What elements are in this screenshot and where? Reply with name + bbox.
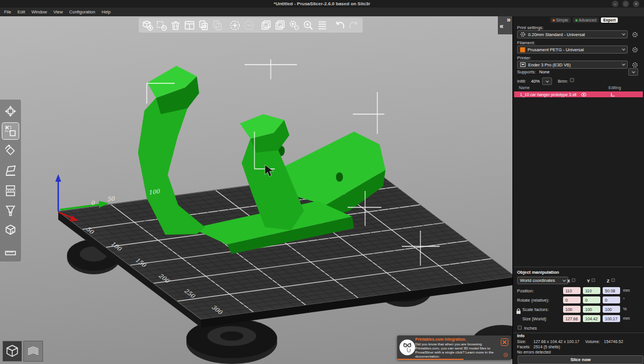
printer-select[interactable]: Ender 3 Pro (E3D V6) — [517, 61, 628, 69]
paste-icon[interactable] — [211, 19, 224, 32]
chevron-down-icon — [622, 32, 625, 36]
info-volume-label: Volume: — [585, 340, 600, 344]
column-name: Name — [519, 86, 530, 90]
infill-dropdown-button[interactable] — [542, 77, 552, 85]
mode-expert[interactable]: Expert — [601, 17, 618, 23]
copy-icon[interactable] — [197, 19, 210, 32]
axis-z-checkbox[interactable] — [611, 278, 615, 282]
editor-view-button[interactable] — [2, 341, 22, 362]
delete-all-icon[interactable] — [169, 19, 182, 32]
place-on-face-icon[interactable] — [2, 162, 19, 179]
window-title: *Untitled - PrusaSlicer-2.6.0 based on S… — [274, 1, 370, 6]
split-to-parts-icon[interactable]: P — [274, 19, 287, 32]
move-icon[interactable] — [2, 103, 19, 119]
menu-view[interactable]: View — [54, 9, 63, 15]
print-settings-select[interactable]: 0.20mm Standard - Universal — [517, 30, 628, 38]
add-instance-icon[interactable] — [228, 19, 242, 32]
redo-icon[interactable] — [347, 19, 360, 32]
delete-model-icon[interactable] — [155, 19, 168, 32]
rotate-y-field[interactable]: 0 — [583, 296, 600, 303]
rotate-x-field[interactable]: 0 — [563, 296, 581, 303]
print-settings-gear-icon[interactable] — [632, 31, 638, 38]
layers-stack-icon — [26, 344, 41, 359]
undo-icon[interactable] — [333, 19, 346, 32]
position-unit: mm — [623, 288, 630, 292]
rotate-icon[interactable] — [2, 143, 19, 159]
mode-advanced[interactable]: Advanced — [573, 17, 599, 23]
menu-edit[interactable]: Edit — [17, 9, 25, 15]
info-section — [513, 333, 644, 333]
menu-configuration[interactable]: Configuration — [69, 9, 95, 15]
printer-label: Printer: — [517, 55, 531, 61]
remove-instance-icon[interactable] — [242, 19, 256, 32]
brim-checkbox[interactable] — [570, 78, 574, 82]
info-size-value: 127.66 x 104.42 x 100.17 — [533, 340, 579, 344]
chevron-down-icon — [546, 79, 549, 83]
scale-z-field[interactable]: 100 — [603, 306, 620, 313]
arrange-icon[interactable] — [183, 19, 196, 32]
seam-painting-icon[interactable] — [2, 222, 19, 238]
position-y-field[interactable]: 110 — [583, 287, 600, 294]
menu-file[interactable]: File — [4, 9, 11, 15]
size-label: Size [World]: — [522, 316, 547, 321]
scale-icon[interactable] — [2, 123, 19, 139]
paint-supports-icon[interactable] — [2, 202, 19, 218]
print-settings-label: Print settings: — [517, 25, 543, 30]
editing-icon[interactable] — [611, 93, 615, 97]
scale-y-field[interactable]: 100 — [583, 306, 600, 313]
prusaslicer-window: *Untitled - PrusaSlicer-2.6.0 based on S… — [0, 0, 644, 364]
notification-close-icon[interactable] — [501, 338, 508, 346]
preset-gear-icon — [520, 31, 526, 37]
top-toolbar: O P — [138, 17, 363, 33]
settings-panel: Simple Advanced Expert Print settings: 0… — [513, 16, 644, 364]
settings-icon[interactable] — [288, 19, 301, 32]
slice-now-button[interactable]: Slice now — [518, 355, 643, 364]
measure-icon[interactable] — [2, 242, 19, 258]
rotate-unit: ° — [623, 298, 625, 302]
axis-y-checkbox[interactable] — [592, 278, 595, 282]
advanced-mode-dot-icon — [575, 19, 578, 22]
collapse-sidebar-button[interactable]: » « — [498, 16, 512, 34]
gizmo-toolbar — [0, 100, 21, 261]
size-x-field[interactable]: 127.66 — [563, 315, 581, 322]
cube-icon — [5, 344, 20, 359]
clippy-icon — [399, 340, 415, 355]
filament-gear-icon[interactable] — [632, 47, 638, 53]
model-car-hanger[interactable] — [138, 66, 385, 254]
viewport-3d[interactable]: 0 50 100 50 100 150 200 250 300 O P — [0, 16, 512, 364]
eye-icon[interactable] — [581, 93, 586, 97]
printer-gear-icon[interactable] — [632, 62, 638, 68]
menu-help[interactable]: Help — [101, 9, 110, 15]
axis-x-header: X — [567, 278, 570, 284]
close-button[interactable]: × — [633, 1, 639, 7]
preview-view-button[interactable] — [23, 341, 43, 362]
filament-select[interactable]: Prusament PETG - Universal — [517, 45, 628, 54]
split-to-objects-icon[interactable]: O — [260, 19, 273, 32]
coordinate-system-select[interactable]: World coordinates — [517, 277, 568, 284]
object-list-row[interactable]: 1_10 car hanger prototype 3.stl — [514, 91, 643, 97]
size-z-field[interactable]: 100.17 — [603, 315, 620, 322]
size-unit: mm — [623, 316, 630, 320]
supports-dropdown-button[interactable] — [628, 68, 638, 76]
scale-x-field[interactable]: 100 — [563, 306, 581, 313]
size-y-field[interactable]: 104.42 — [583, 315, 600, 322]
lock-icon[interactable] — [516, 308, 521, 314]
variable-layer-height-icon[interactable] — [316, 19, 329, 32]
inches-checkbox[interactable] — [518, 326, 522, 330]
axis-x-checkbox[interactable] — [572, 278, 575, 282]
brim-label: Brim: — [558, 79, 568, 84]
search-icon[interactable] — [302, 19, 315, 32]
cut-icon[interactable] — [2, 182, 19, 199]
maximize-button[interactable]: □ — [622, 1, 629, 7]
object-name: 1_10 car hanger prototype 3.stl — [520, 93, 576, 97]
mode-simple[interactable]: Simple — [550, 17, 571, 23]
minimize-button[interactable]: – — [612, 1, 618, 7]
add-model-icon[interactable] — [141, 19, 154, 32]
position-z-field[interactable]: 50.08 — [603, 287, 620, 294]
info-status: No errors detected — [517, 350, 551, 354]
position-x-field[interactable]: 110 — [563, 287, 581, 294]
rotate-label: Rotate (relative): — [517, 298, 549, 303]
notification-settings-icon[interactable] — [503, 352, 508, 358]
menu-window[interactable]: Window — [31, 9, 47, 15]
rotate-z-field[interactable]: 0 — [603, 296, 620, 303]
